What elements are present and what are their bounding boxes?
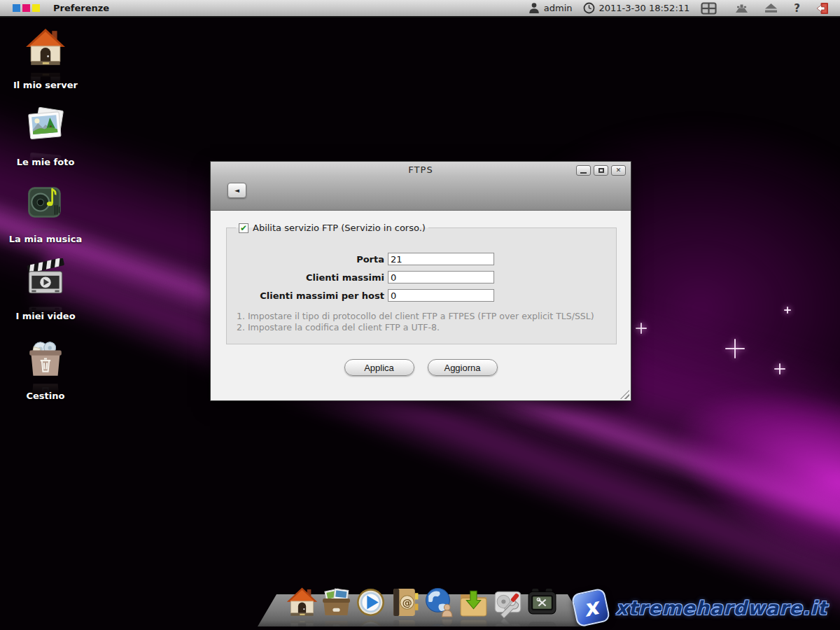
desktop: Preferenze admin 2011-3-30 18:52:11 — [0, 0, 840, 630]
clienti-massimi-input[interactable] — [388, 271, 494, 284]
minimize-button[interactable] — [576, 165, 591, 176]
help-icon[interactable]: ? — [794, 2, 800, 15]
user-menu[interactable]: admin — [528, 2, 573, 14]
dock-download-folder-icon[interactable] — [458, 587, 489, 618]
menu-preferenze[interactable]: Preferenze — [53, 3, 109, 13]
dock-address-book-icon[interactable] — [389, 587, 421, 618]
dock-disk-tools-icon[interactable] — [492, 587, 524, 618]
eject-icon[interactable] — [765, 4, 777, 13]
applica-button[interactable]: Applica — [344, 359, 414, 376]
desktop-icon-label: Il mio server — [4, 80, 88, 90]
window-title: FTPS — [211, 162, 631, 175]
resize-handle[interactable] — [620, 390, 629, 399]
dock-media-player-icon[interactable] — [355, 587, 386, 618]
clock-icon — [583, 2, 595, 14]
desktop-icon-musica[interactable]: La mia musica — [4, 181, 88, 244]
dock-device-console-icon[interactable] — [526, 587, 558, 618]
menubar: Preferenze admin 2011-3-30 18:52:11 — [0, 0, 840, 18]
user-icon — [528, 2, 540, 14]
window-titlebar[interactable]: FTPS ✕ ◄ — [211, 162, 631, 211]
star-sparkle — [725, 339, 745, 358]
desktop-icon-video[interactable]: I miei video — [4, 258, 88, 321]
xtremehardware-logo-icon: x — [571, 588, 611, 628]
photos-icon — [25, 104, 66, 146]
back-button[interactable]: ◄ — [227, 183, 246, 198]
desktop-icon-label: Le mie foto — [4, 157, 88, 167]
clienti-massimi-host-input[interactable] — [388, 289, 494, 302]
star-sparkle — [774, 363, 785, 374]
enable-ftp-label: Abilita servizio FTP (Servizio in corso.… — [253, 223, 426, 233]
ftps-window: FTPS ✕ ◄ Abilita servizio FTP (Servizio … — [210, 161, 631, 401]
desktop-icon-label: I miei video — [4, 311, 88, 321]
logout-icon[interactable] — [817, 2, 829, 15]
desktop-icon-label: La mia musica — [4, 234, 88, 244]
dock — [267, 587, 577, 618]
porta-label: Porta — [227, 254, 388, 265]
desktop-icon-foto[interactable]: Le mie foto — [4, 104, 88, 167]
watermark: x xtremehardware.it — [574, 591, 827, 624]
form-row: Porta — [227, 250, 616, 268]
star-sparkle — [636, 323, 647, 334]
user-name: admin — [544, 3, 573, 13]
clienti-massimi-host-label: Clienti massimi per host — [227, 290, 388, 301]
trash-icon — [25, 337, 66, 379]
desktop-icon-cestino[interactable]: Cestino — [4, 337, 88, 401]
aggiorna-button[interactable]: Aggiorna — [428, 359, 498, 376]
porta-input[interactable] — [388, 253, 494, 265]
ftp-service-group: Abilita servizio FTP (Servizio in corso.… — [226, 223, 617, 344]
desktop-icon-label: Cestino — [4, 391, 88, 401]
datetime-text: 2011-3-30 18:52:11 — [599, 3, 690, 13]
note-ftpes: 1. Impostare il tipo di protocollo del c… — [237, 311, 616, 322]
windows-icon[interactable] — [701, 2, 717, 15]
videos-icon — [25, 258, 66, 300]
star-sparkle — [784, 307, 791, 314]
maximize-button[interactable] — [594, 165, 608, 176]
dock-home-icon[interactable] — [286, 587, 318, 618]
music-icon — [25, 181, 66, 223]
window-body: Abilita servizio FTP (Servizio in corso.… — [211, 211, 631, 400]
desktop-icon-mio-server[interactable]: Il mio server — [4, 27, 88, 90]
close-button[interactable]: ✕ — [611, 165, 626, 176]
app-logo-icon — [13, 4, 40, 12]
form-row: Clienti massimi per host — [227, 286, 616, 304]
dock-network-globe-icon[interactable] — [424, 587, 455, 618]
form-row: Clienti massimi — [227, 268, 616, 286]
home-icon — [25, 27, 66, 69]
watermark-text: xtremehardware.it — [615, 597, 827, 619]
dashboard-icon[interactable] — [734, 3, 750, 13]
clock-display: 2011-3-30 18:52:11 — [583, 2, 690, 14]
note-utf8: 2. Impostare la codifica del client FTP … — [237, 322, 616, 333]
clienti-massimi-label: Clienti massimi — [227, 272, 388, 283]
dock-photo-box-icon[interactable] — [321, 587, 352, 618]
enable-ftp-checkbox[interactable] — [239, 223, 248, 233]
